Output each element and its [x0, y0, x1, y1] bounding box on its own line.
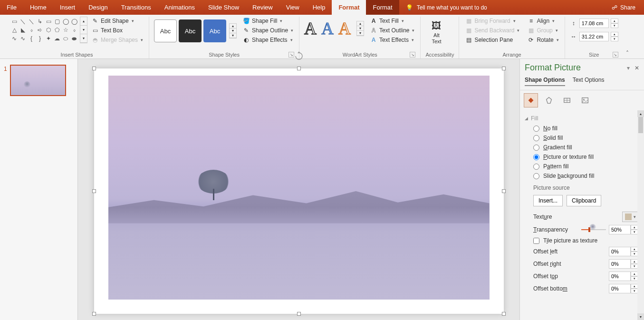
- selection-pane-button[interactable]: ▤Selection Pane: [464, 36, 520, 44]
- tile-checkbox[interactable]: Tile picture as texture: [525, 236, 639, 245]
- shape-fill-button[interactable]: 🪣Shape Fill▾: [241, 17, 294, 25]
- wordart-gallery[interactable]: A A A ▴▾▾: [304, 17, 364, 39]
- shapes-gallery-scroll[interactable]: ▴▾▾: [80, 17, 87, 43]
- wordart-gallery-scroll[interactable]: ▴▾▾: [356, 21, 364, 36]
- shape-triangle-icon[interactable]: △: [10, 26, 18, 34]
- shape-styles-gallery[interactable]: Abc Abc Abc ▴▾▾: [154, 17, 237, 42]
- rotate-button[interactable]: ⟳Rotate▾: [526, 36, 559, 44]
- tab-home[interactable]: Home: [23, 0, 53, 15]
- collapse-ribbon-button[interactable]: ˄: [623, 17, 632, 58]
- resize-handle-l[interactable]: [92, 189, 96, 193]
- width-stepper[interactable]: ▴▾: [611, 32, 618, 41]
- tab-file[interactable]: File: [0, 0, 23, 15]
- shape-hex-icon[interactable]: ⬡: [45, 26, 52, 34]
- shape-corner-icon[interactable]: ◣: [19, 26, 27, 34]
- wordart-preset-2[interactable]: A: [321, 19, 334, 39]
- shape-connector-icon[interactable]: ↳: [36, 18, 44, 25]
- pane-icon-effects[interactable]: [542, 93, 556, 107]
- radio-gradient-fill[interactable]: Gradient fill: [525, 143, 639, 152]
- shape-burst-icon[interactable]: ✦: [45, 35, 52, 42]
- tab-animations[interactable]: Animations: [158, 0, 202, 15]
- share-button[interactable]: ☍ Share: [603, 0, 644, 15]
- scroll-up-icon[interactable]: ▴: [80, 17, 87, 26]
- slide-thumbnail-1[interactable]: [10, 65, 66, 96]
- shape-cloud-icon[interactable]: ☁: [53, 35, 61, 42]
- shape-effects-button[interactable]: ◐Shape Effects▾: [241, 36, 294, 44]
- resize-handle-bl[interactable]: [92, 312, 96, 316]
- text-box-button[interactable]: ▭Text Box: [90, 26, 144, 35]
- texture-picker[interactable]: ▾: [622, 212, 638, 222]
- shape-text-icon[interactable]: ▭: [10, 18, 18, 25]
- resize-handle-r[interactable]: [502, 189, 506, 193]
- shape-curve-icon[interactable]: ∿: [10, 35, 18, 42]
- tab-transitions[interactable]: Transitions: [115, 0, 158, 15]
- clipboard-button[interactable]: Clipboard: [567, 195, 601, 206]
- edit-shape-button[interactable]: ✎Edit Shape▾: [90, 17, 144, 25]
- pane-icon-picture[interactable]: [578, 93, 592, 107]
- tab-view[interactable]: View: [279, 0, 306, 15]
- tab-help[interactable]: Help: [306, 0, 332, 15]
- radio-solid-fill[interactable]: Solid fill: [525, 133, 639, 143]
- style-preset-2[interactable]: Abc: [179, 19, 202, 42]
- offset-left-input[interactable]: [609, 247, 631, 256]
- tab-format[interactable]: Format: [366, 0, 399, 15]
- styles-gallery-scroll[interactable]: ▴▾▾: [229, 23, 237, 39]
- offset-top-input[interactable]: [609, 272, 631, 281]
- radio-slide-bg-fill[interactable]: Slide background fill: [525, 171, 639, 181]
- text-fill-button[interactable]: AText Fill▾: [369, 17, 415, 25]
- step-down-icon[interactable]: ▾: [611, 37, 618, 41]
- shape-more1-icon[interactable]: ◯: [70, 18, 78, 25]
- shape-arrow-r-icon[interactable]: ⬨: [28, 26, 35, 34]
- transparency-slider[interactable]: [581, 226, 606, 233]
- pane-icon-fill[interactable]: [524, 93, 538, 107]
- shape-line2-icon[interactable]: ＼: [28, 18, 35, 25]
- pane-icon-size[interactable]: [560, 93, 574, 107]
- offset-bottom-input[interactable]: [609, 284, 631, 293]
- width-input[interactable]: [579, 32, 609, 41]
- radio-no-fill[interactable]: No fill: [525, 124, 639, 133]
- scroll-up-icon[interactable]: ▴: [637, 110, 644, 117]
- gallery-expand-icon[interactable]: ▾: [80, 34, 87, 43]
- pane-scrollbar[interactable]: ▴ ▾: [637, 110, 644, 320]
- shape-rect-icon[interactable]: ▭: [45, 18, 52, 25]
- pane-close-icon[interactable]: ✕: [634, 65, 639, 71]
- shape-plus-icon[interactable]: ⬨: [70, 26, 78, 34]
- shape-arrow-icon[interactable]: ➪: [36, 26, 44, 34]
- radio-pattern-fill[interactable]: Pattern fill: [525, 162, 639, 171]
- resize-handle-b[interactable]: [297, 312, 301, 316]
- resize-handle-tl[interactable]: [92, 67, 96, 70]
- shape-curve2-icon[interactable]: ∿: [19, 35, 27, 42]
- picture-object[interactable]: [108, 76, 490, 300]
- shape-line-icon[interactable]: ＼: [19, 18, 27, 25]
- pane-tab-shape-options[interactable]: Shape Options: [525, 77, 565, 86]
- step-down-icon[interactable]: ▾: [611, 23, 618, 28]
- pane-tab-text-options[interactable]: Text Options: [573, 77, 605, 86]
- shape-brace-icon[interactable]: {: [28, 35, 35, 42]
- scroll-down-icon[interactable]: ▾: [80, 26, 87, 34]
- scroll-up-icon[interactable]: ▴: [357, 21, 364, 26]
- tab-format-context[interactable]: Format: [332, 0, 366, 15]
- shape-brace2-icon[interactable]: }: [36, 35, 44, 42]
- shape-oval-icon[interactable]: ◯: [62, 18, 69, 25]
- tab-insert[interactable]: Insert: [53, 0, 82, 15]
- dialog-launcher-icon[interactable]: ↘: [288, 52, 294, 58]
- shape-bracket-icon[interactable]: ⬠: [53, 26, 61, 34]
- gallery-expand-icon[interactable]: ▾: [357, 31, 364, 36]
- scroll-thumb[interactable]: [638, 117, 643, 133]
- height-input[interactable]: [579, 19, 609, 28]
- shape-outline-button[interactable]: ✎Shape Outline▾: [241, 26, 294, 35]
- dialog-launcher-icon[interactable]: ↘: [410, 52, 415, 58]
- scroll-down-icon[interactable]: ▾: [357, 26, 364, 31]
- height-stepper[interactable]: ▴▾: [611, 19, 618, 28]
- shape-callout2-icon[interactable]: ⬬: [70, 35, 78, 42]
- pane-menu-icon[interactable]: ▾: [627, 65, 630, 71]
- insert-picture-button[interactable]: Insert...: [533, 195, 563, 206]
- tab-review[interactable]: Review: [246, 0, 279, 15]
- style-preset-1[interactable]: Abc: [154, 19, 177, 42]
- transparency-input[interactable]: [609, 225, 631, 234]
- shapes-gallery[interactable]: ▭ ＼＼ ↳▭ ▢◯◯ △◣ ⬨➪ ⬡⬠ ☆⬨ ∿∿ {} ✦☁ ⬭⬬ ▴▾▾: [10, 17, 87, 43]
- tell-me-search[interactable]: 💡 Tell me what you want to do: [399, 0, 494, 15]
- gallery-expand-icon[interactable]: ▾: [230, 33, 236, 38]
- shape-callout-icon[interactable]: ⬭: [62, 35, 69, 42]
- step-up-icon[interactable]: ▴: [611, 19, 618, 23]
